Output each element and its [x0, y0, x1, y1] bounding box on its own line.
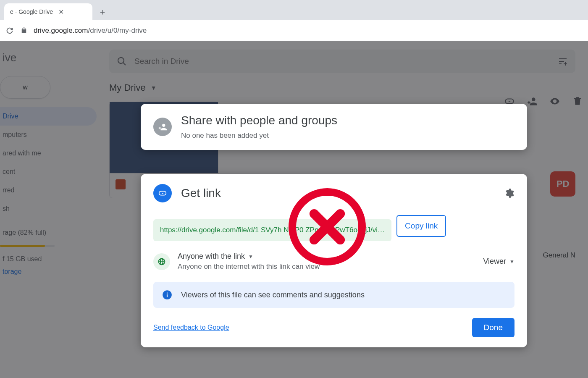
- get-link-dialog: Get link https://drive.google.com/file/d…: [141, 174, 527, 347]
- url-path: /drive/u/0/my-drive: [88, 26, 147, 34]
- share-dialog-subtitle: No one has been added yet: [181, 131, 337, 140]
- share-dialog-header: Share with people and groups No one has …: [153, 114, 514, 140]
- tab-title: e - Google Drive: [10, 8, 53, 15]
- send-feedback-link[interactable]: Send feedback to Google: [153, 324, 229, 331]
- link-url-row: https://drive.google.com/file/d/1 SVy7h …: [153, 211, 514, 241]
- info-banner-text: Viewers of this file can see comments an…: [181, 291, 365, 299]
- info-icon: [162, 289, 173, 300]
- share-dialog: Share with people and groups No one has …: [141, 104, 527, 150]
- browser-tab-strip: e - Google Drive ✕ ＋: [0, 0, 588, 20]
- get-link-header: Get link: [153, 184, 514, 202]
- url-text[interactable]: drive.google.com/drive/u/0/my-drive: [34, 26, 147, 35]
- role-dropdown[interactable]: Viewer ▼: [483, 257, 514, 266]
- chevron-down-icon: ▼: [509, 259, 514, 265]
- access-scope-dropdown[interactable]: Anyone with the link ▼: [178, 252, 320, 261]
- copy-link-label: Copy link: [405, 221, 438, 231]
- copy-link-button[interactable]: Copy link: [396, 215, 446, 237]
- link-icon: [153, 184, 172, 202]
- settings-icon[interactable]: [504, 188, 514, 199]
- access-scope-description: Anyone on the internet with this link ca…: [178, 262, 320, 271]
- lock-icon: [20, 27, 28, 34]
- add-people-icon: [153, 118, 172, 136]
- done-button-label: Done: [484, 323, 503, 332]
- role-label: Viewer: [483, 257, 506, 266]
- new-tab-button[interactable]: ＋: [96, 5, 109, 18]
- reload-icon[interactable]: [5, 26, 14, 35]
- url-host: drive.google.com: [34, 26, 88, 34]
- address-bar: drive.google.com/drive/u/0/my-drive: [0, 20, 588, 41]
- info-banner: Viewers of this file can see comments an…: [153, 282, 514, 308]
- access-scope-label: Anyone with the link: [178, 252, 245, 261]
- close-tab-icon[interactable]: ✕: [58, 8, 65, 15]
- share-url-text: https://drive.google.com/file/d/1 SVy7h …: [160, 226, 385, 234]
- get-link-title: Get link: [181, 186, 221, 200]
- browser-tab[interactable]: e - Google Drive ✕: [4, 3, 92, 20]
- done-button[interactable]: Done: [472, 318, 514, 337]
- share-dialog-title: Share with people and groups: [181, 114, 337, 127]
- globe-icon: [153, 253, 170, 270]
- share-url-box[interactable]: https://drive.google.com/file/d/1 SVy7h …: [153, 219, 391, 241]
- access-row: Anyone with the link ▼ Anyone on the int…: [153, 252, 514, 271]
- chevron-down-icon: ▼: [248, 254, 253, 260]
- dialog-footer: Send feedback to Google Done: [153, 318, 514, 337]
